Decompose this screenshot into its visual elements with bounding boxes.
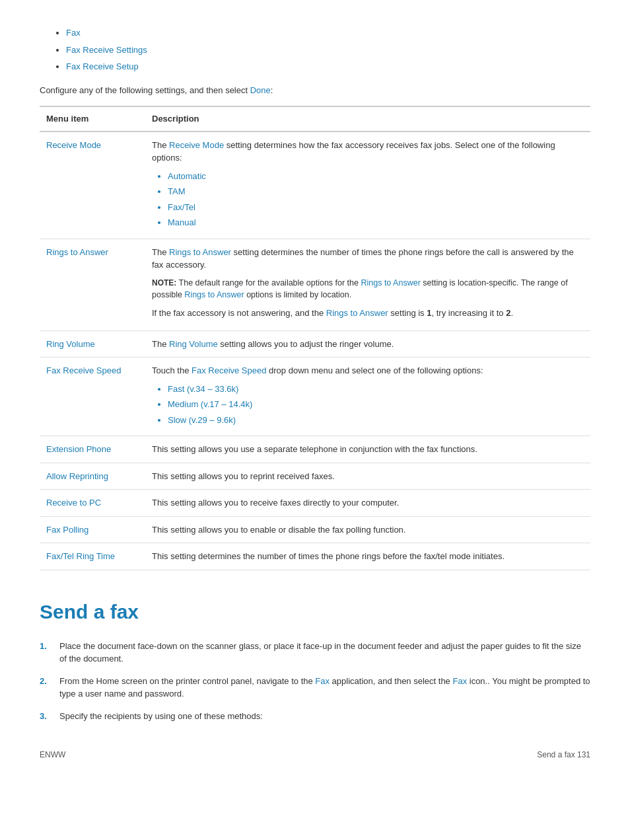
- desc-fax-receive-speed: Touch the Fax Receive Speed drop down me…: [145, 358, 590, 436]
- desc-rings-to-answer: The Rings to Answer setting determines t…: [145, 239, 590, 330]
- table-row: Allow Reprinting This setting allows you…: [40, 463, 590, 490]
- table-row: Fax Receive Speed Touch the Fax Receive …: [40, 358, 590, 436]
- top-bullet-list: Fax Fax Receive Settings Fax Receive Set…: [40, 26, 590, 73]
- done-link[interactable]: Done: [250, 85, 271, 95]
- step-1-num: 1.: [40, 640, 52, 666]
- menu-item-fax-tel-ring-time: Fax/Tel Ring Time: [40, 543, 145, 570]
- table-row: Receive Mode The Receive Mode setting de…: [40, 132, 590, 239]
- list-item: Medium (v.17 – 14.4k): [168, 398, 584, 411]
- configure-text: Configure any of the following settings,…: [40, 84, 590, 97]
- configure-suffix: :: [271, 85, 273, 95]
- menu-item-ring-volume: Ring Volume: [40, 330, 145, 358]
- step-2: 2. From the Home screen on the printer c…: [40, 675, 590, 701]
- table-row: Fax Polling This setting allows you to e…: [40, 516, 590, 543]
- desc-ring-volume: The Ring Volume setting allows you to ad…: [145, 330, 590, 358]
- fax-link[interactable]: Fax: [66, 28, 81, 38]
- footer-right: Send a fax 131: [537, 749, 590, 761]
- menu-item-receive-mode: Receive Mode: [40, 132, 145, 239]
- step-2-text: From the Home screen on the printer cont…: [59, 675, 590, 701]
- list-item: Fax/Tel: [168, 201, 584, 214]
- list-item: Manual: [168, 216, 584, 229]
- desc-fax-tel-ring-time: This setting determines the number of ti…: [145, 543, 590, 570]
- menu-item-rings-to-answer: Rings to Answer: [40, 239, 145, 330]
- col-menu-item: Menu item: [40, 106, 145, 132]
- list-item: Slow (v.29 – 9.6k): [168, 414, 584, 427]
- settings-table: Menu item Description Receive Mode The R…: [40, 106, 590, 570]
- desc-receive-mode: The Receive Mode setting determines how …: [145, 132, 590, 239]
- send-a-fax-title: Send a fax: [40, 597, 590, 627]
- configure-prefix: Configure any of the following settings,…: [40, 85, 250, 95]
- table-row: Rings to Answer The Rings to Answer sett…: [40, 239, 590, 330]
- table-row: Extension Phone This setting allows you …: [40, 436, 590, 463]
- desc-extension-phone: This setting allows you use a separate t…: [145, 436, 590, 463]
- table-row: Fax/Tel Ring Time This setting determine…: [40, 543, 590, 570]
- table-row: Ring Volume The Ring Volume setting allo…: [40, 330, 590, 358]
- page-footer: ENWW Send a fax 131: [40, 749, 590, 761]
- table-row: Receive to PC This setting allows you to…: [40, 490, 590, 517]
- fax-icon-link[interactable]: Fax: [452, 676, 467, 686]
- step-1: 1. Place the document face-down on the s…: [40, 640, 590, 666]
- receive-mode-options: Automatic TAM Fax/Tel Manual: [152, 170, 584, 229]
- menu-item-extension-phone: Extension Phone: [40, 436, 145, 463]
- menu-item-receive-to-pc: Receive to PC: [40, 490, 145, 517]
- step-3-text: Specify the recipients by using one of t…: [59, 710, 263, 723]
- fax-speed-options: Fast (v.34 – 33.6k) Medium (v.17 – 14.4k…: [152, 383, 584, 427]
- menu-item-allow-reprinting: Allow Reprinting: [40, 463, 145, 490]
- desc-receive-to-pc: This setting allows you to receive faxes…: [145, 490, 590, 517]
- fax-receive-settings-link[interactable]: Fax Receive Settings: [66, 45, 147, 55]
- step-3-num: 3.: [40, 710, 52, 723]
- desc-allow-reprinting: This setting allows you to reprint recei…: [145, 463, 590, 490]
- step-3: 3. Specify the recipients by using one o…: [40, 710, 590, 723]
- fax-app-link[interactable]: Fax: [315, 676, 330, 686]
- list-item: TAM: [168, 185, 584, 198]
- desc-fax-polling: This setting allows you to enable or dis…: [145, 516, 590, 543]
- list-item-fax-receive-settings: Fax Receive Settings: [66, 44, 590, 57]
- footer-left: ENWW: [40, 749, 65, 761]
- step-1-text: Place the document face-down on the scan…: [59, 640, 590, 666]
- list-item: Automatic: [168, 170, 584, 183]
- menu-item-fax-polling: Fax Polling: [40, 516, 145, 543]
- col-description: Description: [145, 106, 590, 132]
- list-item-fax: Fax: [66, 26, 590, 40]
- fax-receive-setup-link[interactable]: Fax Receive Setup: [66, 61, 139, 71]
- send-fax-steps: 1. Place the document face-down on the s…: [40, 640, 590, 723]
- menu-item-fax-receive-speed: Fax Receive Speed: [40, 358, 145, 436]
- list-item-fax-receive-setup: Fax Receive Setup: [66, 60, 590, 73]
- step-2-num: 2.: [40, 675, 52, 701]
- list-item: Fast (v.34 – 33.6k): [168, 383, 584, 396]
